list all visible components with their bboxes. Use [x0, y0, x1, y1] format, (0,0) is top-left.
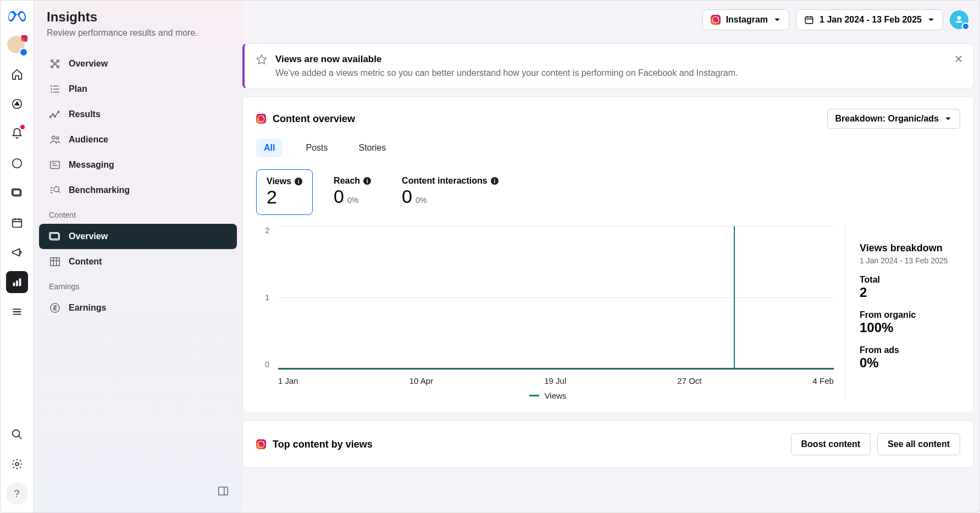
svg-point-13	[57, 66, 59, 68]
info-icon[interactable]: i	[491, 177, 499, 185]
metric-views[interactable]: Viewsi 2	[256, 169, 313, 215]
rail-ads[interactable]	[6, 93, 28, 115]
meta-logo-icon	[7, 8, 27, 28]
sidebar-item-label: Overview	[69, 59, 108, 69]
views-available-banner: Views are now available We've added a vi…	[242, 43, 974, 89]
rail-help[interactable]: ?	[6, 483, 28, 505]
sidebar-item-label: Earnings	[69, 303, 106, 313]
svg-rect-24	[51, 162, 60, 169]
svg-rect-4	[12, 219, 21, 228]
svg-rect-30	[219, 487, 228, 495]
svg-point-17	[51, 92, 52, 92]
svg-rect-7	[19, 279, 21, 286]
metrics-row: Viewsi 2 Reachi 00% Content interactions…	[256, 169, 960, 215]
instagram-icon	[711, 15, 721, 25]
tab-posts[interactable]: Posts	[298, 139, 335, 157]
svg-point-22	[52, 136, 56, 140]
rail-settings[interactable]	[6, 453, 28, 475]
sidebar-item-label: Plan	[69, 84, 87, 94]
svg-rect-6	[16, 280, 18, 286]
metric-interactions[interactable]: Content interactionsi 00%	[392, 169, 508, 215]
sidebar-item-content-overview[interactable]: Overview	[39, 224, 237, 249]
rail-menu[interactable]	[6, 301, 28, 323]
svg-point-25	[54, 187, 59, 192]
date-range-label: 1 Jan 2024 - 13 Feb 2025	[820, 15, 922, 25]
sidebar-item-messaging[interactable]: Messaging	[39, 152, 237, 178]
tab-all[interactable]: All	[256, 139, 283, 157]
card-title: Content overview	[273, 113, 355, 125]
page-subtitle: Review performance results and more.	[47, 28, 229, 38]
breakdown-label: Breakdown: Organic/ads	[835, 114, 939, 124]
date-range-selector[interactable]: 1 Jan 2024 - 13 Feb 2025	[796, 9, 943, 30]
svg-point-16	[51, 89, 52, 90]
rail-notifications[interactable]	[6, 123, 28, 145]
banner-title: Views are now available	[275, 54, 738, 65]
svg-rect-31	[805, 17, 813, 24]
main-content: Instagram 1 Jan 2024 - 13 Feb 2025 Views…	[242, 1, 979, 512]
x-axis: 1 Jan 10 Apr 19 Jul 27 Oct 4 Feb	[278, 376, 834, 385]
sidebar-item-benchmarking[interactable]: Benchmarking	[39, 178, 237, 203]
rail-home[interactable]	[6, 63, 28, 85]
chart-baseline	[278, 368, 834, 369]
sidebar-item-content[interactable]: Content	[39, 249, 237, 274]
rail-search[interactable]	[6, 423, 28, 445]
page-title: Insights	[47, 9, 229, 25]
caret-down-icon	[944, 115, 952, 123]
svg-point-9	[15, 462, 19, 466]
banner-close-icon[interactable]	[954, 54, 964, 66]
tab-stories[interactable]: Stories	[351, 139, 394, 157]
platform-selector[interactable]: Instagram	[702, 9, 789, 30]
sidebar-item-label: Content	[69, 257, 102, 267]
views-breakdown-panel: Views breakdown 1 Jan 2024 - 13 Feb 2025…	[845, 226, 960, 400]
sidebar-item-label: Overview	[69, 231, 108, 241]
rail-planner[interactable]	[6, 212, 28, 234]
info-icon[interactable]: i	[295, 178, 302, 185]
content-overview-card: Content overview Breakdown: Organic/ads …	[242, 96, 974, 413]
sidebar-item-audience[interactable]: Audience	[39, 127, 237, 152]
left-rail: ?	[1, 1, 34, 512]
banner-text: We've added a views metric so you can be…	[275, 68, 738, 78]
rail-inbox[interactable]	[6, 152, 28, 174]
star-icon	[256, 54, 268, 66]
caret-down-icon	[773, 16, 781, 24]
views-chart: 2 1 0 1 Jan 10 Ap	[256, 226, 839, 391]
svg-point-8	[12, 430, 19, 437]
collapse-sidebar-icon[interactable]	[217, 485, 229, 499]
instagram-icon	[256, 114, 266, 124]
card-title: Top content by views	[273, 439, 373, 450]
content-tabs: All Posts Stories	[256, 139, 960, 157]
y-axis: 2 1 0	[256, 226, 273, 369]
svg-point-15	[51, 86, 52, 86]
sidebar-item-earnings[interactable]: Earnings	[39, 295, 237, 321]
boost-content-button[interactable]: Boost content	[791, 433, 871, 455]
svg-point-14	[54, 63, 56, 65]
sidebar-item-label: Benchmarking	[69, 185, 130, 195]
svg-point-10	[51, 60, 53, 62]
calendar-icon	[804, 15, 814, 25]
instagram-icon	[256, 439, 266, 449]
sidebar-item-results[interactable]: Results	[39, 102, 237, 127]
svg-rect-28	[51, 258, 60, 266]
top-content-card: Top content by views Boost content See a…	[242, 421, 974, 468]
svg-point-12	[51, 66, 53, 68]
profile-switcher[interactable]	[7, 36, 27, 56]
account-avatar[interactable]	[950, 10, 968, 29]
chart-spike	[734, 226, 735, 369]
sidebar-section-earnings: Earnings	[39, 274, 237, 295]
chart-legend: Views	[256, 391, 839, 400]
info-icon[interactable]: i	[363, 177, 371, 185]
breakdown-selector[interactable]: Breakdown: Organic/ads	[827, 109, 961, 129]
rail-ads-mgr[interactable]	[6, 241, 28, 263]
rail-content[interactable]	[6, 182, 28, 204]
metric-reach[interactable]: Reachi 00%	[324, 169, 381, 215]
sidebar-item-label: Messaging	[69, 160, 114, 170]
rail-insights[interactable]	[6, 271, 28, 293]
breakdown-subtitle: 1 Jan 2024 - 13 Feb 2025	[860, 256, 960, 265]
insights-sidebar: Insights Review performance results and …	[34, 1, 242, 512]
svg-point-11	[57, 60, 59, 62]
svg-rect-5	[13, 283, 15, 286]
sidebar-item-overview[interactable]: Overview	[39, 51, 237, 76]
svg-point-1	[12, 159, 21, 168]
sidebar-item-plan[interactable]: Plan	[39, 76, 237, 102]
see-all-content-button[interactable]: See all content	[877, 433, 960, 455]
